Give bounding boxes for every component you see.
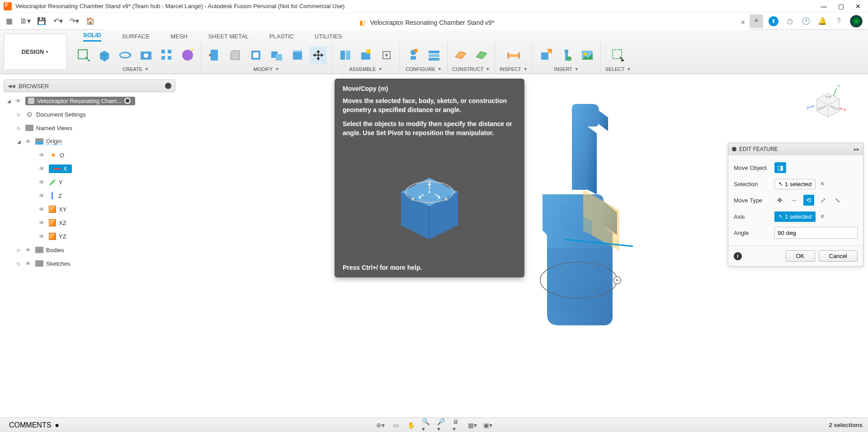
redo-icon[interactable]: ↷▾ bbox=[69, 16, 80, 27]
tree-origin-z[interactable]: 👁 Z bbox=[4, 189, 175, 202]
configure-icon[interactable] bbox=[405, 47, 422, 64]
close-button[interactable]: ✕ bbox=[854, 3, 862, 10]
eye-icon[interactable]: 👁 bbox=[25, 260, 33, 267]
sketch-icon[interactable] bbox=[75, 47, 92, 64]
tree-origin-xy[interactable]: 👁 XY bbox=[4, 202, 175, 216]
grid-icon[interactable]: ▦▾ bbox=[468, 421, 477, 430]
maximize-button[interactable]: ▢ bbox=[837, 3, 844, 10]
tab-plastic[interactable]: PLASTIC bbox=[269, 33, 294, 42]
file-menu-icon[interactable]: 🗎▾ bbox=[20, 16, 31, 27]
viewport-icon[interactable]: ▣▾ bbox=[483, 421, 492, 430]
tree-origin[interactable]: ◢ 👁 Origin bbox=[4, 135, 175, 148]
caret-icon[interactable]: ◢ bbox=[7, 99, 13, 103]
job-status-icon[interactable]: 🕐 bbox=[801, 16, 811, 26]
revolve-icon[interactable] bbox=[117, 47, 134, 64]
body-type-button[interactable]: ◨ bbox=[774, 162, 786, 173]
rotate-icon[interactable]: ⟲ bbox=[803, 195, 814, 206]
hole-icon[interactable] bbox=[137, 47, 155, 64]
eye-icon[interactable]: 👁 bbox=[39, 193, 46, 199]
tree-document-settings[interactable]: ▷ Document Settings bbox=[4, 108, 175, 121]
tab-utilities[interactable]: UTILITIES bbox=[315, 33, 342, 42]
view-cube[interactable]: Y Z X TOP FRONT RIGHT bbox=[806, 83, 846, 124]
caret-icon[interactable]: ▷ bbox=[17, 126, 23, 131]
tree-origin-y[interactable]: 👁 Y bbox=[4, 175, 175, 189]
tab-sheet-metal[interactable]: SHEET METAL bbox=[208, 33, 249, 42]
caret-icon[interactable]: ▷ bbox=[17, 248, 23, 253]
insert-image-icon[interactable] bbox=[579, 47, 596, 64]
point-to-position-icon[interactable]: ⤡ bbox=[832, 195, 843, 206]
look-at-icon[interactable]: ▭ bbox=[391, 421, 400, 430]
extensions-icon[interactable]: ⬆ bbox=[769, 16, 778, 26]
tab-solid[interactable]: SOLID bbox=[83, 32, 101, 42]
tree-root[interactable]: ◢ 👁 Velociraptor Resonating Cham... bbox=[4, 94, 175, 108]
pattern-icon[interactable] bbox=[158, 47, 175, 64]
point-to-point-icon[interactable]: ⤢ bbox=[818, 195, 829, 206]
offset-face-icon[interactable] bbox=[289, 47, 306, 64]
tree-origin-o[interactable]: 👁 O bbox=[4, 148, 175, 162]
cancel-button[interactable]: Cancel bbox=[819, 250, 858, 262]
zoom-icon[interactable]: 🔍▾ bbox=[422, 421, 431, 430]
undo-icon[interactable]: ↶▾ bbox=[52, 16, 63, 27]
eye-icon[interactable]: 👁 bbox=[39, 220, 46, 226]
tree-origin-yz[interactable]: 👁 YZ bbox=[4, 230, 175, 243]
help-icon[interactable]: ? bbox=[834, 16, 844, 26]
insert-derive-icon[interactable] bbox=[537, 47, 554, 64]
minimize-button[interactable]: — bbox=[820, 3, 827, 10]
tab-mesh[interactable]: MESH bbox=[170, 33, 188, 42]
fillet-icon[interactable] bbox=[226, 47, 244, 64]
comments-button[interactable]: COMMENTS ● bbox=[5, 420, 63, 430]
caret-icon[interactable]: ▷ bbox=[17, 261, 23, 266]
ok-button[interactable]: OK bbox=[786, 250, 815, 262]
move-copy-icon[interactable] bbox=[310, 47, 327, 64]
eye-icon[interactable]: 👁 bbox=[39, 206, 46, 213]
activate-radio[interactable] bbox=[124, 98, 131, 104]
eye-icon[interactable]: 👁 bbox=[39, 179, 46, 186]
tree-bodies[interactable]: ▷ 👁 Bodies bbox=[4, 243, 175, 257]
viewport-model[interactable] bbox=[529, 99, 633, 334]
user-avatar[interactable] bbox=[850, 15, 863, 28]
free-move-icon[interactable]: ✥ bbox=[774, 195, 785, 206]
eye-icon[interactable]: 👁 bbox=[15, 98, 23, 104]
tree-origin-xz[interactable]: 👁 XZ bbox=[4, 216, 175, 230]
combine-icon[interactable] bbox=[268, 47, 285, 64]
tree-origin-x[interactable]: 👁 X bbox=[4, 162, 175, 175]
info-icon[interactable]: i bbox=[734, 252, 742, 260]
tree-named-views[interactable]: ▷ Named Views bbox=[4, 121, 175, 135]
caret-icon[interactable]: ◢ bbox=[17, 139, 23, 144]
document-tab[interactable]: ◧ Velociraptor Resonating Chamber Stand … bbox=[104, 15, 750, 30]
panel-header[interactable]: EDIT FEATURE ▸▸ bbox=[728, 143, 863, 155]
pin-icon[interactable]: ▸▸ bbox=[854, 146, 859, 152]
home-icon[interactable]: 🏠 bbox=[85, 16, 96, 27]
update-icon[interactable]: ◷ bbox=[785, 16, 795, 26]
insert-fastener-icon[interactable]: + bbox=[558, 47, 575, 64]
component-icon[interactable] bbox=[336, 47, 354, 64]
display-icon[interactable]: 🖥▾ bbox=[453, 421, 462, 430]
joint-icon[interactable] bbox=[357, 47, 374, 64]
fit-icon[interactable]: 🔎▾ bbox=[437, 421, 446, 430]
clear-axis-icon[interactable]: × bbox=[820, 212, 824, 221]
save-icon[interactable]: 💾 bbox=[36, 16, 47, 27]
tab-surface[interactable]: SURFACE bbox=[122, 33, 150, 42]
browser-header[interactable]: ◀◀ BROWSER bbox=[4, 80, 175, 92]
press-pull-icon[interactable] bbox=[206, 47, 223, 64]
orbit-icon[interactable]: ⊕▾ bbox=[376, 421, 385, 430]
joint-origin-icon[interactable] bbox=[378, 47, 395, 64]
measure-icon[interactable] bbox=[505, 47, 522, 64]
plane-icon[interactable] bbox=[452, 47, 469, 64]
select-icon[interactable] bbox=[609, 47, 627, 64]
eye-icon[interactable]: 👁 bbox=[39, 165, 46, 172]
new-tab-button[interactable]: + bbox=[750, 14, 763, 28]
angle-input[interactable] bbox=[774, 227, 858, 239]
caret-icon[interactable]: ▷ bbox=[17, 112, 23, 117]
data-panel-icon[interactable]: ▦ bbox=[4, 16, 14, 27]
tree-sketches[interactable]: ▷ 👁 Sketches bbox=[4, 257, 175, 270]
eye-icon[interactable]: 👁 bbox=[39, 233, 46, 240]
axis-construct-icon[interactable] bbox=[473, 47, 490, 64]
eye-icon[interactable]: 👁 bbox=[25, 138, 33, 145]
translate-icon[interactable]: ↔ bbox=[789, 195, 800, 206]
axis-chip[interactable]: ↖ 1 selected bbox=[774, 211, 816, 222]
change-params-icon[interactable] bbox=[425, 47, 443, 64]
eye-icon[interactable]: 👁 bbox=[25, 247, 33, 254]
clear-selection-icon[interactable]: × bbox=[820, 180, 824, 188]
eye-icon[interactable]: 👁 bbox=[39, 152, 46, 159]
